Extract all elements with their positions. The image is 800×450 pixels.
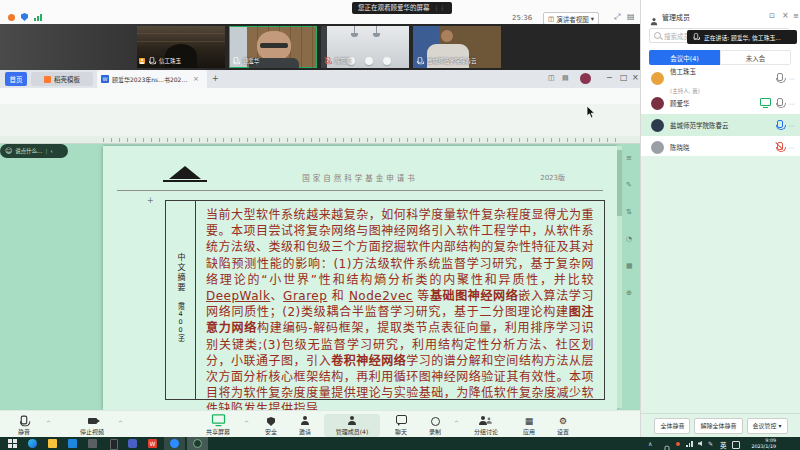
record-label: 录制 [420,427,450,436]
add-tool-icon[interactable]: ⊕ [626,289,633,297]
stop-video-button[interactable]: 停止视频 [70,414,114,436]
member-more-icon[interactable]: ⋯ [789,144,795,151]
record-options-caret[interactable]: ^ [454,419,459,426]
video-thumbnail-2-active-speaker[interactable]: 顾爱华 [229,26,317,68]
video-thumbnail-1[interactable]: 信工珠玉 [137,26,225,68]
laptop-app-icon[interactable] [88,439,97,448]
member-more-icon[interactable]: ⋯ [789,75,795,82]
popout-panel-icon[interactable]: ⊡ [769,12,775,20]
wps-app-icon[interactable]: W [148,439,157,448]
manage-members-button-active[interactable]: 管理成员(4) [324,414,380,437]
history-tool-icon[interactable]: ◔ [626,235,633,243]
abstract-segment: 当前大型软件系统越来越复杂，如何科学度量软件复杂程度显得尤为重要。本项目尝试将复… [206,208,594,287]
quick-chat-bubble[interactable]: ☺ 说点什么... | ‹ [0,144,68,158]
screen-share-tray-icon[interactable] [193,439,202,448]
share-screen-button[interactable]: 共享屏幕 [196,414,240,436]
banner-grip-icon[interactable]: ⋮⋮ [434,2,446,14]
member-more-icon[interactable]: ⋯ [789,122,795,129]
thumbnail-4-label: 盐城师范学院陈春云 [415,56,477,66]
meeting-control-label: 会议管控 [753,421,777,430]
wps-maximize-button[interactable]: □ [620,74,628,82]
chat-button[interactable]: 聊天 [386,414,416,436]
workspace-icon[interactable]: ▤ [562,74,569,82]
security-button[interactable]: 安全 [256,414,286,436]
breakout-button[interactable]: 分组讨论 [464,414,508,436]
mic-on-icon[interactable] [777,73,783,81]
invite-label: 邀请 [290,427,320,436]
video-thumbnail-4[interactable]: 盐城师范学院陈春云 [413,26,501,68]
video-options-caret[interactable]: ^ [118,419,123,426]
table-move-handle-icon[interactable]: + [147,196,154,205]
member-more-icon[interactable]: ⋯ [789,100,795,107]
video-thumbnail-3[interactable]: 陈晓晓 [321,26,409,68]
wps-shared-window: 首页 稻壳模板 W 顾爱华2023年ns...书2023-1-19 × + ◫ … [0,70,640,410]
mute-options-caret[interactable]: ^ [46,419,51,426]
doc-tab-close-icon[interactable]: × [193,75,199,83]
tray-ime-icon[interactable] [732,441,740,449]
member-row-sharer[interactable]: 顾爱华 ⋯ [641,92,800,114]
mute-button[interactable]: 静音 [6,414,42,436]
tray-mic-icon[interactable] [665,446,670,450]
mic-off-icon[interactable] [777,142,783,150]
mic-on-icon[interactable] [777,98,783,106]
outline-tool-icon[interactable]: ≡ [626,154,633,162]
tray-status-dot[interactable] [676,442,680,446]
document-page[interactable]: 国家自然科学基金申请书 2023版 + 中文摘要 （限400字） 当前大型软件系… [103,146,617,410]
chevron-down-icon: ▾ [779,422,782,429]
fullscreen-icon[interactable]: ⤢ [614,13,620,21]
abstract-content-cell[interactable]: 当前大型软件系统越来越复杂，如何科学度量软件复杂程度显得尤为重要。本项目尝试将复… [196,201,604,399]
invite-button[interactable]: 邀请 [290,414,320,436]
tray-pen-icon[interactable]: ✎ [708,440,713,447]
document-area: 国家自然科学基金申请书 2023版 + 中文摘要 （限400字） 当前大型软件系… [0,144,640,410]
meeting-toolbar: 静音 ^ 停止视频 ^ 共享屏幕 ^ 安全 邀请 管理成员(4) 聊天 [0,410,640,437]
speaking-tooltip: 正在讲话: 顾爱华, 信工珠玉... [687,30,797,44]
panel-menu-icon[interactable]: ≡ [793,12,799,20]
new-tab-button[interactable]: + [212,74,219,83]
tray-volume-icon[interactable] [698,441,702,446]
edge-icon[interactable] [28,439,37,448]
meeting-app-icon[interactable] [170,439,179,448]
mic-speaking-icon[interactable] [777,120,783,128]
file-explorer-icon[interactable] [48,439,57,448]
account-avatar[interactable] [580,73,591,84]
meeting-shield-icon[interactable] [21,13,28,21]
teams-app-icon[interactable] [128,439,137,448]
wps-close-button[interactable]: × [632,74,639,82]
edit-tool-icon[interactable]: ✎ [626,181,633,189]
wps-tab-home[interactable]: 首页 [5,72,27,86]
wps-tab-docer[interactable]: 稻壳模板 [31,72,93,86]
unmute-all-button[interactable]: 解除全体静音 [694,418,742,434]
scroll-tool-icon[interactable]: ⇅ [626,208,633,216]
wps-tab-document[interactable]: W 顾爱华2023年ns...书2023-1-19 × [97,70,207,88]
phone-app-icon[interactable] [110,439,118,450]
abstract-table[interactable]: 中文摘要 （限400字） 当前大型软件系统越来越复杂，如何科学度量软件复杂程度显… [165,200,605,400]
layout-switch-icon[interactable]: ▤ [627,13,635,21]
grid-tool-icon[interactable]: ▦ [626,262,633,270]
split-view-icon[interactable]: ◫ [548,74,555,82]
member-row-host[interactable]: 信工珠玉 (主持人, 我) ⋯ [641,66,800,90]
document-scrollbar-thumb[interactable] [617,150,622,216]
start-button-icon[interactable] [8,439,17,448]
share-options-caret[interactable]: ^ [244,419,249,426]
tray-network-icon[interactable] [686,441,693,447]
meeting-info-icon[interactable] [8,14,15,21]
tray-language-indicator[interactable]: 英 [720,440,727,450]
settings-button[interactable]: ⚙ 设置 [548,414,578,436]
meeting-control-button[interactable]: 会议管控▾ [747,418,788,434]
wps-minimize-button[interactable]: − [606,74,613,82]
ruler[interactable] [0,136,640,144]
smiley-icon: ☺ [5,147,12,155]
record-button[interactable]: 录制 [420,414,450,436]
store-icon[interactable] [68,439,77,448]
member-row-highlighted[interactable]: 盐城师范学院陈春云 ⋯ [641,114,800,136]
apps-button[interactable]: ▦ 应用 [514,414,544,436]
taskbar-clock[interactable]: 9:09 2023/1/19 [751,438,776,449]
collapse-bubble-icon[interactable]: ‹ [50,148,52,154]
member-row-muted[interactable]: 陈晓晓 ⋯ [641,136,800,158]
network-signal-icon[interactable] [34,14,42,21]
tray-expand-icon[interactable]: ∧ [648,440,652,447]
tab-not-joined[interactable]: 未入会 [720,50,791,65]
manage-members-label: 管理成员(4) [324,427,380,436]
mute-all-button[interactable]: 全体静音 [654,418,690,434]
close-panel-icon[interactable]: × [782,11,789,20]
